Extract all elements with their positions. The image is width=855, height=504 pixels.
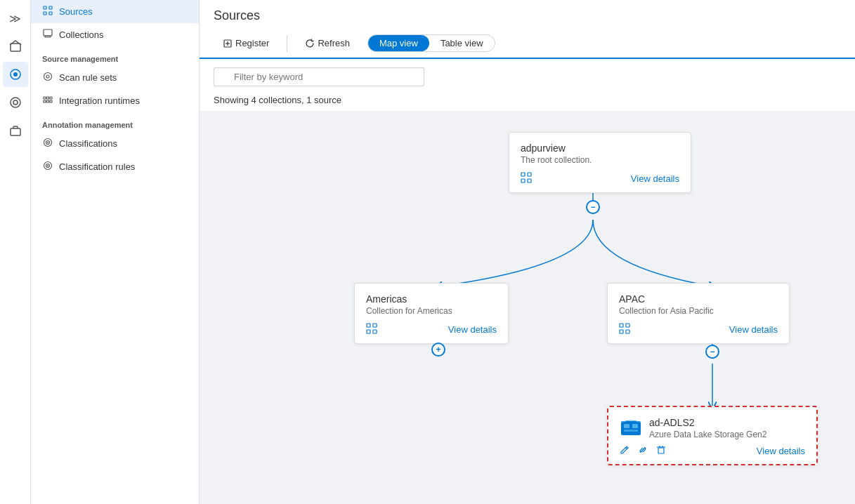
source-card-footer: View details	[620, 445, 805, 457]
svg-rect-42	[620, 330, 623, 333]
map-view-button[interactable]: Map view	[368, 35, 429, 51]
root-view-details[interactable]: View details	[631, 173, 679, 184]
expand-icon[interactable]: ≫	[3, 6, 28, 31]
svg-point-13	[46, 75, 49, 78]
svg-rect-6	[44, 6, 46, 9]
svg-rect-37	[367, 324, 370, 327]
main-content: Sources Register Refresh Map view Table …	[200, 0, 855, 504]
filter-input[interactable]	[214, 67, 424, 86]
root-grid-icon	[521, 172, 532, 185]
americas-collection-card: Americas Collection for Americas View de…	[354, 283, 509, 344]
svg-rect-46	[624, 424, 629, 428]
svg-rect-43	[626, 324, 629, 327]
page-title: Sources	[200, 0, 855, 29]
svg-rect-47	[632, 424, 638, 428]
svg-point-22	[47, 142, 48, 143]
integration-runtimes-icon	[42, 95, 53, 107]
map-area[interactable]: adpurview The root collection. View deta…	[200, 111, 855, 504]
source-card-info: ad-ADLS2 Azure Data Lake Storage Gen2	[649, 417, 766, 439]
sidebar-item-scan-rule-sets[interactable]: Scan rule sets	[31, 66, 199, 89]
source-subtitle: Azure Data Lake Storage Gen2	[649, 430, 766, 439]
svg-line-49	[626, 448, 627, 449]
apac-collection-footer: View details	[619, 323, 778, 336]
svg-rect-18	[47, 100, 49, 102]
classifications-icon	[42, 138, 53, 150]
apac-collapse-circle[interactable]: −	[705, 345, 719, 359]
root-collection-title: adpurview	[521, 142, 679, 154]
filter-wrapper: ▽	[214, 67, 424, 86]
register-icon	[223, 39, 233, 48]
content-area: ▽ Showing 4 collections, 1 source	[200, 59, 855, 504]
collections-icon	[42, 29, 53, 41]
sidebar-item-classifications[interactable]: Classifications	[31, 132, 199, 155]
source-card-header: ad-ADLS2 Azure Data Lake Storage Gen2	[620, 417, 805, 439]
apac-collection-subtitle: Collection for Asia Pacific	[619, 306, 778, 316]
svg-point-4	[13, 100, 18, 105]
sidebar-item-classifications-label: Classifications	[59, 138, 117, 149]
table-view-button[interactable]: Table view	[429, 35, 495, 51]
svg-rect-45	[621, 421, 641, 435]
showing-text: Showing 4 collections, 1 source	[200, 95, 855, 111]
americas-view-details[interactable]: View details	[448, 324, 497, 335]
svg-rect-38	[367, 330, 370, 333]
icon-rail: ≫	[0, 0, 31, 504]
americas-expand-circle[interactable]: +	[431, 343, 445, 357]
svg-rect-35	[528, 173, 531, 176]
catalog-icon[interactable]	[3, 62, 28, 87]
refresh-icon	[305, 39, 315, 48]
svg-rect-17	[44, 100, 46, 102]
apac-grid-icon	[619, 323, 630, 336]
svg-point-2	[13, 72, 18, 77]
sidebar-item-integration-runtimes[interactable]: Integration runtimes	[31, 89, 199, 112]
svg-rect-8	[49, 6, 52, 9]
root-collapse-circle[interactable]: −	[586, 200, 600, 214]
register-button[interactable]: Register	[214, 34, 278, 52]
svg-rect-19	[50, 100, 52, 102]
svg-rect-7	[44, 12, 46, 15]
svg-rect-48	[624, 430, 638, 432]
annotation-management-header: Annotation management	[31, 112, 199, 132]
home-icon[interactable]	[3, 34, 28, 59]
svg-rect-9	[49, 12, 52, 15]
sidebar-item-collections[interactable]: Collections	[31, 23, 199, 46]
delete-icon[interactable]	[656, 445, 666, 457]
edit-icon[interactable]	[620, 445, 629, 457]
americas-collection-subtitle: Collection for Americas	[366, 306, 497, 316]
view-toggle: Map view Table view	[367, 34, 495, 52]
svg-rect-10	[44, 29, 52, 36]
svg-rect-33	[521, 173, 525, 176]
svg-rect-36	[528, 179, 531, 183]
svg-rect-11	[45, 36, 51, 37]
sidebar-item-classification-rules[interactable]: Classification rules	[31, 155, 199, 178]
toolbar-divider	[287, 35, 287, 52]
svg-rect-41	[620, 324, 623, 327]
link-icon[interactable]	[638, 445, 648, 457]
sidebar-item-sources-label: Sources	[59, 6, 93, 17]
refresh-button[interactable]: Refresh	[296, 34, 359, 52]
americas-grid-icon	[366, 323, 377, 336]
apac-collection-title: APAC	[619, 293, 778, 305]
toolbar: Register Refresh Map view Table view	[200, 29, 855, 58]
briefcase-icon[interactable]	[3, 118, 28, 143]
source-storage-icon	[620, 417, 642, 439]
svg-point-3	[11, 98, 20, 107]
svg-rect-44	[626, 330, 629, 333]
sidebar-item-scan-rule-sets-label: Scan rule sets	[59, 72, 117, 83]
apac-view-details[interactable]: View details	[729, 324, 778, 335]
classification-rules-icon	[42, 161, 53, 173]
workflow-icon[interactable]	[3, 90, 28, 115]
root-collection-subtitle: The root collection.	[521, 155, 679, 165]
sidebar-item-integration-runtimes-label: Integration runtimes	[59, 95, 140, 106]
source-card: ad-ADLS2 Azure Data Lake Storage Gen2	[607, 406, 818, 465]
root-collection-footer: View details	[521, 172, 679, 185]
source-management-header: Source management	[31, 46, 199, 66]
svg-rect-0	[11, 44, 20, 51]
sidebar-item-classification-rules-label: Classification rules	[59, 161, 135, 172]
svg-point-12	[44, 73, 52, 81]
americas-collection-title: Americas	[366, 293, 497, 305]
source-view-details[interactable]: View details	[757, 446, 805, 456]
scan-rule-sets-icon	[42, 72, 53, 84]
sidebar-item-sources[interactable]: Sources	[31, 0, 199, 23]
root-collection-card: adpurview The root collection. View deta…	[509, 132, 691, 193]
svg-rect-34	[521, 179, 525, 183]
